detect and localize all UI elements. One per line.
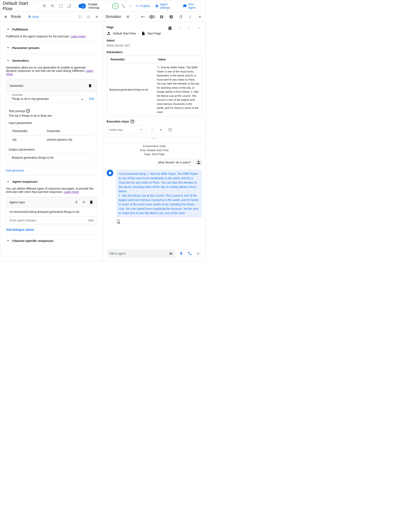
cell-value: "1. Visit the Eiffel Tower. The Eiffel T… bbox=[154, 63, 202, 116]
close-icon[interactable] bbox=[94, 13, 100, 20]
agent-settings-button[interactable]: Agent settings bbox=[153, 3, 180, 9]
page-icon bbox=[141, 31, 145, 35]
output-param-value[interactable]: $request.generative.things-to-do bbox=[9, 153, 94, 162]
help-icon[interactable]: ? bbox=[130, 120, 134, 123]
sort-icon[interactable] bbox=[120, 3, 127, 9]
sim-toggle[interactable] bbox=[149, 15, 155, 19]
flow-title: Default Start Flow bbox=[3, 1, 39, 11]
mic-icon[interactable] bbox=[178, 250, 184, 257]
agent-response-text[interactable]: I'd recommend doing $request.generative.… bbox=[6, 207, 97, 217]
exit-fullscreen-icon[interactable] bbox=[85, 13, 92, 20]
breadcrumb-flow[interactable]: Default Start Flow bbox=[113, 32, 136, 35]
minimap-toggle[interactable]: Enable minimap bbox=[78, 3, 109, 9]
cell-parameter: session.params.city bbox=[43, 135, 94, 144]
phone-icon[interactable] bbox=[187, 250, 193, 257]
save-button[interactable]: Save bbox=[28, 15, 39, 19]
fulfillment-learn-more[interactable]: Learn more bbox=[71, 35, 86, 38]
chevron-up-icon bbox=[6, 179, 10, 184]
table-row: city session.params.city bbox=[9, 135, 94, 144]
focus-icon[interactable] bbox=[167, 126, 173, 133]
param-presets-header[interactable]: Parameter presets bbox=[6, 44, 97, 51]
save-label: Save bbox=[32, 15, 39, 19]
separator bbox=[75, 3, 75, 9]
channel-title: Channel specific responses bbox=[12, 239, 53, 242]
params-label: Parameters bbox=[107, 50, 202, 54]
zoom-in-icon[interactable] bbox=[41, 3, 48, 9]
clipboard-icon[interactable] bbox=[167, 25, 173, 31]
env-info: Environment: Draft Flow: Default Start F… bbox=[107, 143, 202, 156]
dialogue-input[interactable] bbox=[10, 219, 88, 222]
col-value: Value bbox=[154, 56, 202, 63]
user-message: what should I do in paris? bbox=[107, 159, 202, 166]
chevron-up-icon bbox=[6, 27, 10, 31]
fulfillment-header[interactable]: Fulfillment bbox=[6, 26, 97, 33]
agent-settings-label: Agent settings bbox=[160, 3, 178, 9]
rotate-icon[interactable] bbox=[66, 3, 72, 9]
dropdown-arrow-icon bbox=[80, 98, 85, 102]
bot-avatar-icon bbox=[107, 170, 113, 176]
more-icon[interactable] bbox=[187, 13, 194, 20]
generators-header[interactable]: Generators bbox=[6, 57, 97, 64]
undo-icon[interactable] bbox=[140, 13, 146, 20]
publish-label: Publish bbox=[140, 4, 150, 8]
back-icon[interactable] bbox=[3, 13, 9, 20]
text-prompt-value: The top 5 things to do in $city are: bbox=[9, 114, 94, 117]
response-info-icon[interactable]: i bbox=[116, 220, 120, 224]
chevron-down-icon bbox=[6, 239, 10, 243]
refresh-icon[interactable] bbox=[177, 13, 184, 20]
resize-handle[interactable] bbox=[103, 137, 206, 139]
route-header: Route Save bbox=[0, 12, 103, 22]
collapse-icon[interactable] bbox=[195, 25, 202, 31]
delete-icon[interactable] bbox=[87, 82, 93, 89]
param-presets-title: Parameter presets bbox=[12, 46, 39, 50]
edit-generator-link[interactable]: Edit bbox=[89, 97, 94, 100]
move-up-icon[interactable] bbox=[74, 200, 78, 204]
delete-icon[interactable] bbox=[89, 200, 93, 204]
move-down-icon[interactable] bbox=[82, 200, 86, 204]
input-params-table: Placeholder Parameter city session.param… bbox=[9, 127, 94, 144]
breadcrumb-page[interactable]: Start Page bbox=[147, 32, 161, 35]
next-step-icon[interactable] bbox=[158, 126, 164, 133]
next-icon[interactable] bbox=[186, 25, 192, 31]
save-icon[interactable] bbox=[158, 13, 165, 20]
step-select[interactable]: Select step bbox=[107, 125, 146, 134]
generator-card: Generator Generator Things to do in city… bbox=[6, 79, 97, 165]
prev-icon[interactable] bbox=[176, 25, 183, 31]
publish-button[interactable]: Publish bbox=[134, 4, 152, 8]
close-icon[interactable] bbox=[196, 13, 203, 20]
breadcrumb: Default Start Flow - Start Page bbox=[107, 31, 202, 35]
menu-icon[interactable] bbox=[125, 13, 131, 20]
route-title: Route bbox=[11, 14, 21, 19]
add-button[interactable]: Add bbox=[88, 219, 93, 222]
generator-card-title: Generator bbox=[10, 84, 24, 88]
chat-input[interactable]: Talk to agent bbox=[107, 249, 176, 258]
avatar[interactable]: F bbox=[112, 3, 118, 9]
channel-header[interactable]: Channel specific responses bbox=[6, 237, 97, 244]
zoom-out-icon[interactable] bbox=[49, 3, 56, 9]
fit-view-icon[interactable] bbox=[58, 3, 64, 9]
add-dialogue-button[interactable]: Add dialogue option bbox=[6, 228, 34, 231]
agent-responses-title: Agent responses bbox=[12, 180, 38, 183]
table-row: $request.generative.things-to-do "1. Vis… bbox=[107, 63, 202, 116]
col-parameter: Parameter bbox=[43, 127, 94, 135]
exec-label: Execution steps bbox=[107, 120, 129, 123]
send-icon[interactable] bbox=[195, 250, 202, 257]
step-placeholder: Select step bbox=[109, 128, 123, 132]
generators-desc: Generators allow you to use generative A… bbox=[6, 66, 97, 76]
fulfillment-desc: Fulfillment is the agent response for th… bbox=[6, 35, 97, 38]
generator-select[interactable]: Generator Things to do in city generator bbox=[9, 95, 87, 103]
help-icon[interactable]: i bbox=[26, 109, 30, 113]
fullscreen-icon[interactable] bbox=[77, 13, 84, 20]
generator-select-value: Things to do in city generator bbox=[11, 97, 49, 100]
simulator-header: Simulator bbox=[103, 12, 206, 22]
dropdown-icon[interactable] bbox=[129, 3, 132, 9]
add-generator-button[interactable]: Add generator bbox=[6, 169, 24, 172]
play-icon[interactable] bbox=[168, 13, 174, 20]
test-agent-button[interactable]: Test Agent bbox=[181, 3, 203, 9]
cell-placeholder: city bbox=[9, 135, 43, 144]
agent-responses-header[interactable]: Agent responses bbox=[6, 178, 97, 185]
prev-step-icon[interactable] bbox=[149, 126, 155, 133]
submit-icon[interactable] bbox=[169, 252, 173, 256]
agent-responses-learn-more[interactable]: Learn more bbox=[64, 190, 79, 194]
flow-icon bbox=[107, 31, 111, 35]
